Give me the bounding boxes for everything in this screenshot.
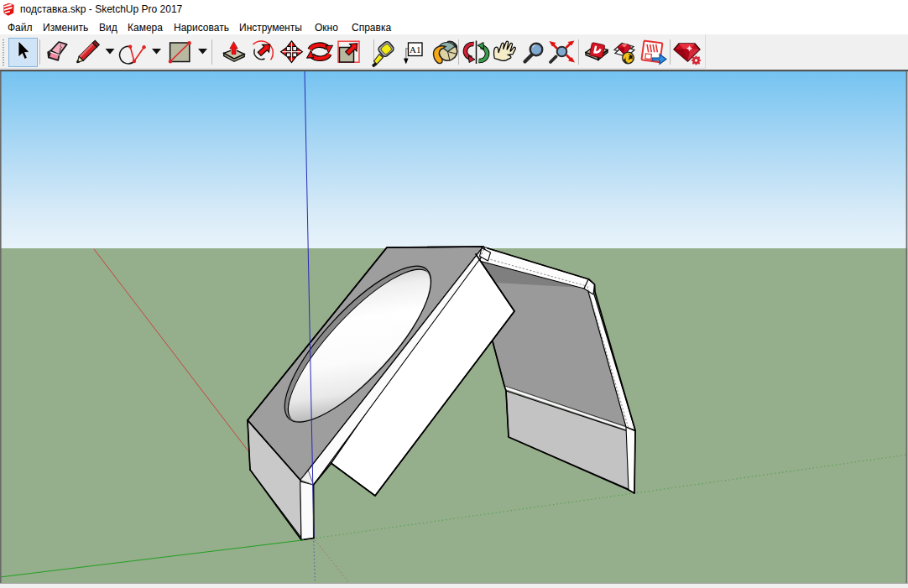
svg-text:A1: A1 [410,44,420,55]
